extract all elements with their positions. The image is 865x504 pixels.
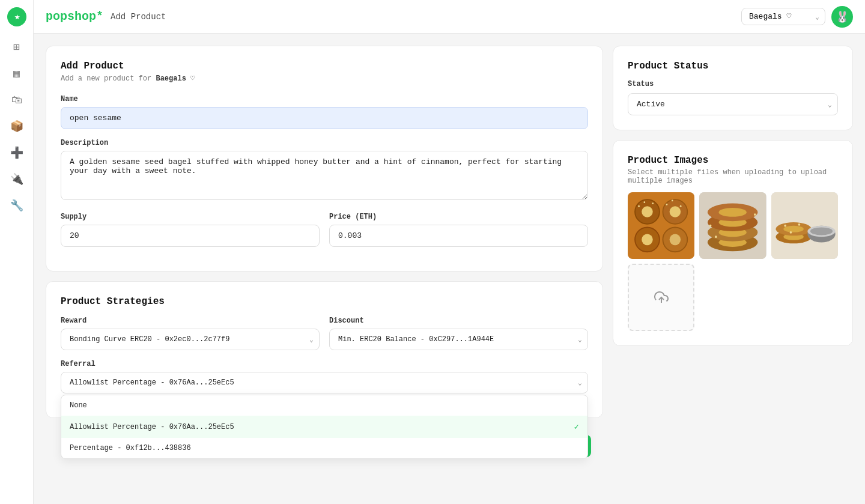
reward-label: Reward [61,317,320,325]
add-product-icon[interactable]: ➕ [6,142,28,163]
product-images-card: Product Images Select multiple files whe… [613,140,853,346]
products-icon[interactable]: 📦 [6,115,28,137]
referral-option-allowlist-label: Allowlist Percentage - 0x76Aa...25eEc5 [70,423,234,431]
collections-icon[interactable]: ▦ [6,62,28,84]
svg-text:★: ★ [14,14,20,20]
store-selector-wrap: Baegals ♡ [741,8,825,25]
add-product-subtitle: Add a new product for Baegals ♡ [61,74,588,83]
reward-field-group: Reward Bonding Curve ERC20 - 0x2ec0...2c… [61,317,320,350]
dashboard-icon[interactable]: ⊞ [6,36,28,58]
svg-point-13 [652,202,654,204]
svg-point-6 [670,206,681,217]
referral-option-percentage-label: Percentage - 0xf12b...438836 [70,444,191,452]
product-strategies-card: Product Strategies Reward Bonding Curve … [46,281,603,418]
svg-point-12 [643,201,645,203]
svg-point-11 [638,205,640,207]
topbar-right: Baegals ♡ 🐰 [741,6,853,28]
price-field-group: Price (ETH) [329,213,588,247]
description-textarea[interactable]: A golden sesame seed bagel stuffed with … [61,151,588,200]
status-select-wrap: Active Inactive Draft [628,93,838,115]
discount-field-group: Discount Min. ERC20 Balance - 0xC297...1… [329,317,588,350]
referral-option-none[interactable]: None [61,395,587,416]
image-thumb-3 [771,192,838,259]
content-area: Add Product Add a new product for Baegal… [34,34,865,504]
topbar: popshop* Add Product Baegals ♡ 🐰 [34,0,865,34]
supply-field-group: Supply [61,213,320,247]
referral-field-group: Referral Allowlist Percentage - 0x76Aa..… [61,360,588,393]
supply-price-row: Supply Price (ETH) [61,213,588,257]
orders-icon[interactable]: 🛍 [6,89,28,111]
referral-dropdown-menu: None Allowlist Percentage - 0x76Aa...25e… [61,395,588,459]
discount-label: Discount [329,317,588,325]
svg-point-28 [715,235,717,238]
right-column: Product Status Status Active Inactive Dr… [613,46,853,492]
description-label: Description [61,139,588,147]
referral-select[interactable]: Allowlist Percentage - 0x76Aa...25eEc5 [61,372,588,393]
main-area: popshop* Add Product Baegals ♡ 🐰 Add Pro… [34,0,865,504]
integrations-icon[interactable]: 🔌 [6,168,28,190]
logo-text: popshop* [46,10,103,23]
svg-point-4 [642,206,653,217]
svg-point-36 [810,227,833,235]
product-images-subtitle: Select multiple files when uploading to … [628,168,838,185]
svg-point-37 [784,225,786,227]
status-label: Status [628,80,838,88]
svg-point-14 [666,204,668,205]
supply-input[interactable] [61,225,320,247]
referral-option-percentage[interactable]: Percentage - 0xf12b...438836 [61,438,587,458]
discount-select[interactable]: Min. ERC20 Balance - 0xC297...1A944E [329,329,588,350]
svg-point-26 [709,225,712,227]
sidebar: ★ ⊞ ▦ 🛍 📦 ➕ 🔌 🔧 [0,0,34,504]
strategies-title: Product Strategies [61,296,588,307]
image-thumb-1 [628,192,694,259]
price-input[interactable] [329,225,588,247]
referral-label: Referral [61,360,588,368]
left-column: Add Product Add a new product for Baegal… [46,46,603,492]
name-label: Name [61,95,588,103]
status-group: Status Active Inactive Draft [628,80,838,115]
svg-point-38 [798,223,800,226]
svg-point-10 [670,234,681,246]
app-logo-icon: ★ [7,7,26,26]
svg-point-15 [672,200,673,202]
name-input[interactable] [61,107,588,129]
referral-option-none-label: None [70,401,87,410]
reward-discount-row: Reward Bonding Curve ERC20 - 0x2ec0...2c… [61,317,588,360]
subtitle-prefix: Add a new product for [61,74,151,83]
status-select[interactable]: Active Inactive Draft [628,93,838,115]
settings-icon[interactable]: 🔧 [6,195,28,216]
referral-select-wrap: Allowlist Percentage - 0x76Aa...25eEc5 [61,372,588,393]
discount-select-wrap: Min. ERC20 Balance - 0xC297...1A944E [329,329,588,350]
svg-point-25 [719,208,747,217]
description-field-group: Description A golden sesame seed bagel s… [61,139,588,203]
svg-rect-2 [628,192,694,259]
add-product-title: Add Product [61,61,588,71]
svg-point-8 [642,234,653,246]
referral-option-allowlist[interactable]: Allowlist Percentage - 0x76Aa...25eEc5 ✓ [61,416,587,438]
product-status-card: Product Status Status Active Inactive Dr… [613,46,853,130]
store-selector[interactable]: Baegals ♡ [741,8,825,25]
product-images-title: Product Images [628,155,838,166]
product-status-title: Product Status [628,61,838,71]
subtitle-store: Baegals ♡ [156,74,195,83]
upload-button[interactable] [628,264,694,330]
add-product-card: Add Product Add a new product for Baegal… [46,46,603,272]
reward-select[interactable]: Bonding Curve ERC20 - 0x2ec0...2c77f9 [61,329,320,350]
name-field-group: Name [61,95,588,129]
svg-point-27 [754,213,756,216]
reward-select-wrap: Bonding Curve ERC20 - 0x2ec0...2c77f9 [61,329,320,350]
page-title: Add Product [111,12,166,22]
image-thumb-2 [699,192,766,259]
checkmark-icon: ✓ [574,422,579,432]
rabbit-icon: 🐰 [831,6,853,28]
svg-point-33 [783,226,803,232]
svg-point-16 [680,205,682,207]
images-grid [628,192,838,331]
supply-label: Supply [61,213,320,221]
price-label: Price (ETH) [329,213,588,221]
svg-point-39 [789,231,792,234]
